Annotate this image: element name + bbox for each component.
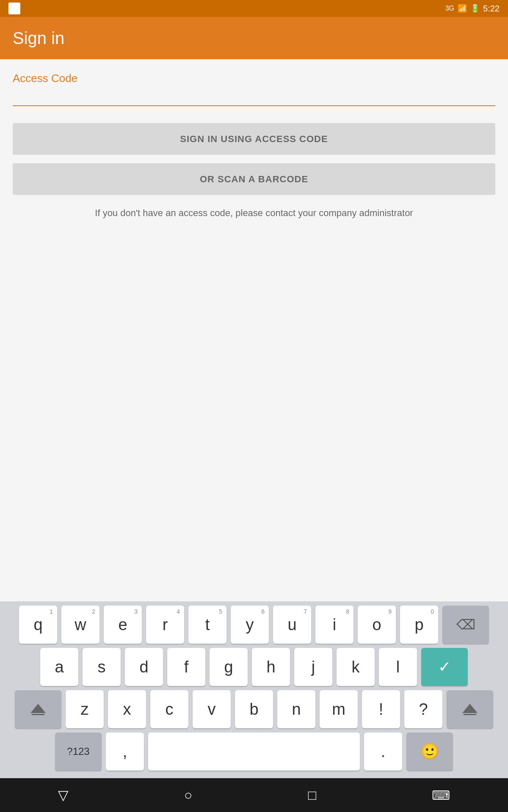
sign-in-button[interactable]: SIGN IN USING ACCESS CODE — [13, 123, 495, 155]
emoji-icon: 🙂 — [420, 743, 439, 760]
key-c[interactable]: c — [150, 690, 188, 728]
home-button[interactable]: ○ — [184, 787, 192, 803]
access-code-input[interactable] — [13, 85, 495, 102]
clock: 5:22 — [483, 4, 500, 14]
app-bar: Sign in — [0, 17, 508, 59]
key-s[interactable]: s — [83, 648, 121, 686]
key-u[interactable]: 7 u — [273, 606, 311, 644]
key-period[interactable]: . — [364, 732, 402, 771]
shift-right-icon — [462, 704, 478, 713]
page-title: Sign in — [13, 29, 64, 48]
key-emoji[interactable]: 🙂 — [406, 732, 453, 771]
battery-icon: 🔋 — [470, 4, 480, 13]
key-space[interactable] — [148, 732, 360, 771]
access-code-label: Access Code — [13, 72, 77, 85]
key-z[interactable]: z — [66, 690, 104, 728]
key-p[interactable]: 0 p — [400, 606, 438, 644]
key-h[interactable]: h — [252, 648, 290, 686]
key-r[interactable]: 4 r — [146, 606, 184, 644]
key-j[interactable]: j — [294, 648, 332, 686]
key-i[interactable]: 8 i — [315, 606, 353, 644]
key-enter[interactable]: ✓ — [421, 648, 468, 686]
key-a[interactable]: a — [40, 648, 78, 686]
key-b[interactable]: b — [235, 690, 273, 728]
key-q[interactable]: 1 q — [19, 606, 57, 644]
status-bar-left — [8, 3, 20, 14]
key-t[interactable]: 5 t — [188, 606, 226, 644]
key-d[interactable]: d — [125, 648, 163, 686]
key-o[interactable]: 9 o — [358, 606, 396, 644]
key-v[interactable]: v — [193, 690, 231, 728]
key-w[interactable]: 2 w — [61, 606, 99, 644]
keyboard-row-3: z x c v b n m ! ? — [3, 690, 505, 728]
key-x[interactable]: x — [108, 690, 146, 728]
back-button[interactable]: ▽ — [58, 787, 69, 803]
keyboard: 1 q 2 w 3 e 4 r 5 t 6 y 7 u 8 i — [0, 601, 508, 778]
key-shift-left[interactable] — [15, 690, 61, 728]
app-icon — [8, 3, 20, 14]
key-shift-right[interactable] — [447, 690, 493, 728]
keyboard-row-1: 1 q 2 w 3 e 4 r 5 t 6 y 7 u 8 i — [3, 606, 505, 644]
checkmark-icon: ✓ — [438, 658, 451, 676]
key-g[interactable]: g — [210, 648, 248, 686]
key-n[interactable]: n — [277, 690, 315, 728]
main-content: Access Code SIGN IN USING ACCESS CODE OR… — [0, 59, 508, 219]
key-numbers[interactable]: ?123 — [55, 732, 102, 771]
key-comma[interactable]: , — [106, 732, 144, 771]
keyboard-button[interactable]: ⌨ — [432, 788, 450, 803]
key-question[interactable]: ? — [404, 690, 442, 728]
signal-bars-icon: 📶 — [458, 4, 467, 13]
key-f[interactable]: f — [167, 648, 205, 686]
key-y[interactable]: 6 y — [231, 606, 269, 644]
key-backspace[interactable]: ⌫ — [442, 606, 489, 644]
status-bar: 3G 📶 🔋 5:22 — [0, 0, 508, 17]
key-k[interactable]: k — [337, 648, 375, 686]
keyboard-row-2: a s d f g h j k l ✓ — [3, 648, 505, 686]
recents-button[interactable]: □ — [308, 787, 316, 803]
signal-indicator: 3G — [445, 5, 454, 12]
key-e[interactable]: 3 e — [104, 606, 142, 644]
help-text: If you don't have an access code, please… — [13, 208, 495, 219]
key-l[interactable]: l — [379, 648, 417, 686]
key-m[interactable]: m — [320, 690, 358, 728]
nav-bar: ▽ ○ □ ⌨ — [0, 778, 508, 812]
keyboard-row-4: ?123 , . 🙂 — [3, 732, 505, 771]
backspace-icon: ⌫ — [456, 617, 475, 633]
scan-barcode-button[interactable]: OR SCAN A BARCODE — [13, 163, 495, 195]
key-exclamation[interactable]: ! — [362, 690, 400, 728]
shift-icon — [30, 704, 46, 713]
status-bar-right: 3G 📶 🔋 5:22 — [445, 4, 500, 14]
access-code-field-container — [13, 85, 495, 106]
